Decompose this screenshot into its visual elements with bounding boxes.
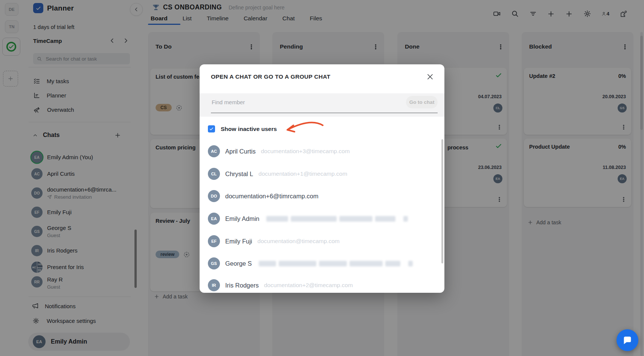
member-row-april-curtis[interactable]: AC April Curtis documentation+3@timecamp… xyxy=(208,143,435,160)
close-icon[interactable] xyxy=(426,72,435,82)
member-name: Emily Admin xyxy=(225,215,259,222)
member-name: Emily Fuji xyxy=(225,238,252,245)
member-name: documentation+6@timrcamp.com xyxy=(225,193,318,200)
find-member-bar: Go to chat xyxy=(200,93,444,117)
avatar: IR xyxy=(208,279,220,291)
member-email: documentation+1@timecamp.com xyxy=(258,170,347,177)
member-name: Iris Rodgers xyxy=(225,282,259,289)
avatar: AC xyxy=(208,145,220,157)
member-name: April Curtis xyxy=(225,148,256,155)
check-icon xyxy=(209,126,214,131)
go-to-chat-button[interactable]: Go to chat xyxy=(406,96,438,108)
show-inactive-row: Show inactive users xyxy=(208,125,277,132)
avatar: GS xyxy=(208,257,220,269)
member-row-emily-admin[interactable]: EA Emily Admin xyxy=(208,210,435,227)
member-row-iris-rodgers[interactable]: IR Iris Rodgers documentation+2@timecamp… xyxy=(208,277,435,293)
input-underline xyxy=(211,113,438,113)
open-chat-modal: OPEN A CHAT OR GO TO A GROUP CHAT Go to … xyxy=(200,64,444,293)
member-name: Chrystal L xyxy=(225,170,253,178)
member-email: documentation+2@timecamp.com xyxy=(264,282,353,289)
app-window: DE TN Planner 1 days of trial left TimeC… xyxy=(0,0,644,356)
redacted-email xyxy=(259,261,415,266)
avatar: EA xyxy=(208,213,220,225)
avatar: DO xyxy=(208,190,220,202)
support-chat-button[interactable] xyxy=(617,329,638,351)
chat-bubble-icon xyxy=(622,335,633,345)
show-inactive-label: Show inactive users xyxy=(221,126,277,132)
member-row-george-s[interactable]: GS George S xyxy=(208,255,435,272)
find-member-input[interactable] xyxy=(211,99,393,106)
modal-title: OPEN A CHAT OR GO TO A GROUP CHAT xyxy=(211,73,330,80)
member-name: George S xyxy=(225,260,252,267)
show-inactive-checkbox[interactable] xyxy=(208,125,215,132)
member-row-documentation6[interactable]: DO documentation+6@timrcamp.com xyxy=(208,188,435,204)
avatar: CL xyxy=(208,168,220,180)
member-email: documentation+3@timecamp.com xyxy=(261,148,350,155)
avatar: EF xyxy=(208,235,220,247)
member-row-emily-fuji[interactable]: EF Emily Fuji documentation@timecamp.com xyxy=(208,233,435,250)
member-email: documentation@timecamp.com xyxy=(258,238,340,245)
modal-scrollbar[interactable] xyxy=(441,139,443,263)
member-row-chrystal-l[interactable]: CL Chrystal L documentation+1@timecamp.c… xyxy=(208,166,435,182)
redacted-email xyxy=(266,216,411,222)
